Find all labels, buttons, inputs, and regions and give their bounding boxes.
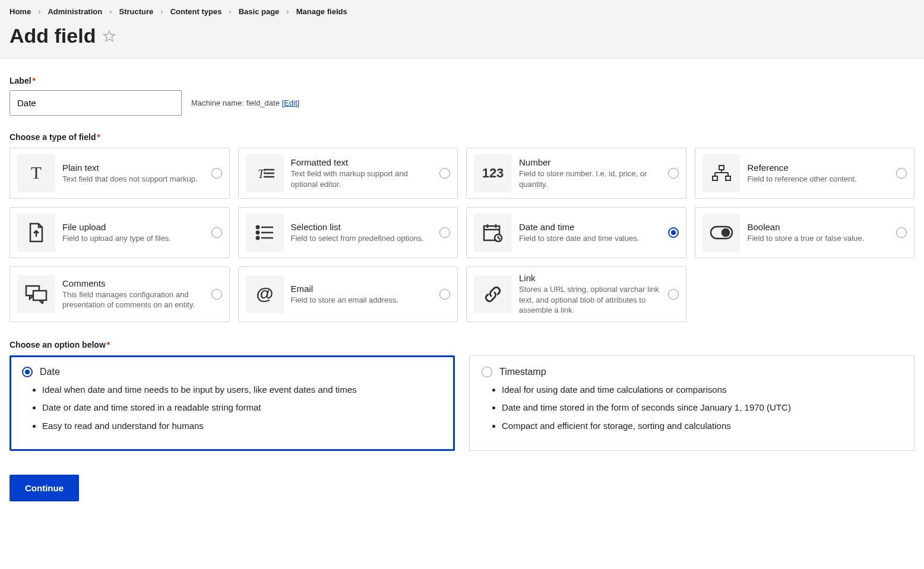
option-bullets: Ideal for using date and time calculatio… <box>482 383 902 433</box>
breadcrumb-link[interactable]: Home <box>10 7 31 16</box>
field-type-desc: Field to reference other content. <box>748 174 890 185</box>
comments-icon <box>17 275 55 313</box>
svg-point-14 <box>256 226 258 228</box>
field-type-link[interactable]: LinkStores a URL string, optional varcha… <box>466 266 686 322</box>
field-type-radio[interactable] <box>211 168 222 179</box>
field-type-radio[interactable] <box>896 168 907 179</box>
breadcrumb: Home›Administration›Structure›Content ty… <box>10 7 914 16</box>
field-type-date_time[interactable]: Date and timeField to store date and tim… <box>466 207 686 258</box>
option-bullet: Date and time stored in the form of seco… <box>502 401 902 415</box>
svg-point-28 <box>722 229 729 236</box>
svg-text:@: @ <box>256 284 273 303</box>
label-field-label: Label* <box>10 76 914 85</box>
field-type-radio[interactable] <box>668 227 679 238</box>
date_time-icon <box>474 214 512 252</box>
option-bullets: Ideal when date and time needs to be inp… <box>22 383 442 433</box>
field-type-desc: Field to upload any type of files. <box>62 233 204 244</box>
field-type-file_upload[interactable]: File uploadField to upload any type of f… <box>10 207 230 258</box>
breadcrumb-link[interactable]: Manage fields <box>296 7 347 16</box>
svg-rect-7 <box>719 166 724 170</box>
field-type-desc: Field to store a true or false value. <box>748 233 890 244</box>
option-bullet: Ideal for using date and time calculatio… <box>502 383 902 397</box>
option-radio[interactable] <box>482 367 492 377</box>
svg-point-18 <box>256 237 258 239</box>
svg-text:123: 123 <box>482 166 504 180</box>
field-type-boolean[interactable]: BooleanField to store a true or false va… <box>695 207 915 258</box>
field-type-heading: Choose a type of field* <box>10 132 914 142</box>
option-grid: DateIdeal when date and time needs to be… <box>10 355 914 452</box>
option-title: Date <box>40 367 60 377</box>
field-type-title: Date and time <box>519 222 661 232</box>
field-type-comments[interactable]: CommentsThis field manages configuration… <box>10 266 230 322</box>
field-type-title: Number <box>519 157 661 167</box>
field-type-desc: Stores a URL string, optional varchar li… <box>519 284 661 316</box>
svg-marker-0 <box>104 30 115 40</box>
field-type-title: Comments <box>62 278 204 288</box>
machine-name-text: Machine name: field_date [Edit] <box>191 98 299 107</box>
field-type-desc: Field to store date and time values. <box>519 233 661 244</box>
option-bullet: Date or date and time stored in a readab… <box>42 401 442 415</box>
file_upload-icon <box>17 214 55 252</box>
field-type-title: Formatted text <box>291 157 433 167</box>
link-icon <box>474 275 512 313</box>
field-type-title: Boolean <box>748 222 890 232</box>
boolean-icon <box>703 214 741 252</box>
field-type-radio[interactable] <box>896 227 907 238</box>
field-type-grid: TPlain textText field that does not supp… <box>10 148 914 322</box>
field-type-title: Selection list <box>291 222 433 232</box>
option-date[interactable]: DateIdeal when date and time needs to be… <box>10 355 455 452</box>
breadcrumb-link[interactable]: Content types <box>170 7 222 16</box>
field-type-radio[interactable] <box>439 289 450 300</box>
breadcrumb-link[interactable]: Administration <box>48 7 102 16</box>
svg-text:T: T <box>31 164 42 182</box>
field-type-radio[interactable] <box>439 227 450 238</box>
email-icon: @ <box>246 275 284 313</box>
field-type-desc: Field to select from predefined options. <box>291 233 433 244</box>
field-type-title: Link <box>519 273 661 283</box>
field-type-radio[interactable] <box>211 289 222 300</box>
field-type-number[interactable]: 123NumberField to store number. I.e, id,… <box>466 148 686 199</box>
field-type-title: Reference <box>748 163 890 173</box>
continue-button[interactable]: Continue <box>10 475 79 501</box>
field-type-desc: Text field that does not support markup. <box>62 174 204 185</box>
reference-icon <box>703 154 741 192</box>
selection_list-icon <box>246 214 284 252</box>
option-bullet: Compact and efficient for storage, sorti… <box>502 419 902 433</box>
svg-rect-30 <box>33 291 46 300</box>
chevron-right-icon: › <box>38 7 40 16</box>
page-title: Add field <box>10 24 96 47</box>
chevron-right-icon: › <box>160 7 163 16</box>
field-type-desc: Field to store number. I.e, id, price, o… <box>519 169 661 189</box>
option-timestamp[interactable]: TimestampIdeal for using date and time c… <box>469 355 914 452</box>
svg-line-26 <box>498 238 500 239</box>
field-type-title: File upload <box>62 222 204 232</box>
field-type-selection_list[interactable]: Selection listField to select from prede… <box>238 207 458 258</box>
field-type-plain_text[interactable]: TPlain textText field that does not supp… <box>10 148 230 199</box>
field-type-title: Plain text <box>62 163 204 173</box>
svg-rect-8 <box>713 176 717 180</box>
option-radio[interactable] <box>22 367 33 377</box>
breadcrumb-link[interactable]: Structure <box>119 7 154 16</box>
chevron-right-icon: › <box>286 7 289 16</box>
field-type-radio[interactable] <box>668 289 679 300</box>
field-type-radio[interactable] <box>439 168 450 179</box>
formatted_text-icon: T <box>246 154 284 192</box>
star-icon[interactable] <box>103 30 116 43</box>
field-type-formatted_text[interactable]: TFormatted textText field with markup su… <box>238 148 458 199</box>
field-type-reference[interactable]: ReferenceField to reference other conten… <box>695 148 915 199</box>
field-type-radio[interactable] <box>211 227 222 238</box>
field-type-email[interactable]: @EmailField to store an email address. <box>238 266 458 322</box>
number-icon: 123 <box>474 154 512 192</box>
svg-point-16 <box>256 231 258 234</box>
label-input[interactable] <box>10 90 182 116</box>
breadcrumb-link[interactable]: Basic page <box>239 7 280 16</box>
field-type-desc: This field manages configuration and pre… <box>62 290 204 310</box>
field-type-radio[interactable] <box>668 168 679 179</box>
plain_text-icon: T <box>17 154 55 192</box>
option-bullet: Easy to read and understand for humans <box>42 419 442 433</box>
machine-name-edit-link[interactable]: [Edit] <box>282 98 300 107</box>
chevron-right-icon: › <box>229 7 231 16</box>
option-heading: Choose an option below* <box>10 340 914 349</box>
field-type-title: Email <box>291 284 433 294</box>
chevron-right-icon: › <box>109 7 112 16</box>
